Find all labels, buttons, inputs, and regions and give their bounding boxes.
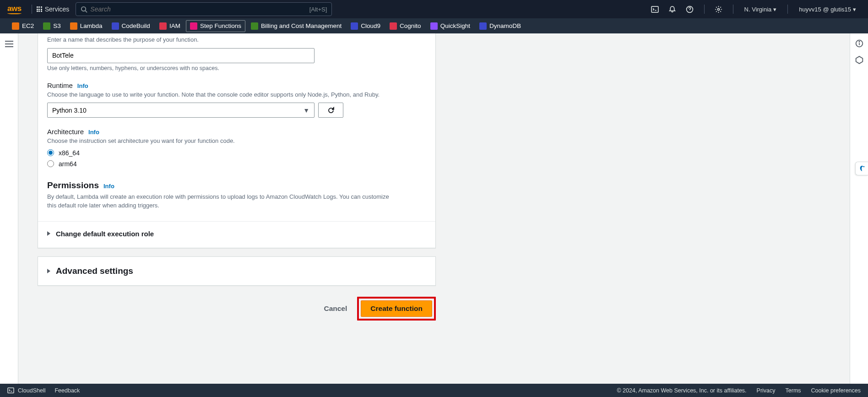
cloudshell-footer-button[interactable]: CloudShell xyxy=(7,387,45,394)
svc-cloud9[interactable]: Cloud9 xyxy=(347,21,384,32)
svc-dynamodb[interactable]: DynamoDB xyxy=(476,21,525,32)
chevron-down-icon: ▼ xyxy=(303,107,309,114)
function-name-desc: Enter a name that describes the purpose … xyxy=(47,35,426,44)
architecture-info-link[interactable]: Info xyxy=(88,129,99,136)
help-icon[interactable] xyxy=(682,1,698,17)
caret-right-icon xyxy=(47,269,50,273)
advanced-settings-expand[interactable]: Advanced settings xyxy=(47,266,426,276)
permissions-label: Permissions xyxy=(47,180,99,190)
open-sidebar-icon[interactable] xyxy=(5,41,13,47)
arch-arm-radio[interactable]: arm64 xyxy=(47,160,426,168)
right-rail xyxy=(850,33,868,384)
services-menu[interactable]: Services xyxy=(37,5,70,13)
architecture-desc: Choose the instruction set architecture … xyxy=(47,136,426,146)
divider xyxy=(704,5,705,14)
arch-x86-radio[interactable]: x86_64 xyxy=(47,149,426,157)
grid-icon xyxy=(37,6,42,12)
advanced-settings-card: Advanced settings xyxy=(38,256,436,286)
stepfunctions-icon xyxy=(190,22,197,30)
global-search[interactable]: [Alt+S] xyxy=(76,2,332,16)
account-label: huyvv15 @ glutis15 xyxy=(799,6,851,13)
svc-quicksight[interactable]: QuickSight xyxy=(427,21,474,32)
permissions-desc: By default, Lambda will create an execut… xyxy=(47,192,395,210)
codebuild-icon xyxy=(112,22,119,30)
cloud9-icon xyxy=(351,22,358,30)
privacy-link[interactable]: Privacy xyxy=(757,387,776,394)
arch-arm-input[interactable] xyxy=(47,160,54,167)
left-rail xyxy=(0,33,18,384)
permissions-info-link[interactable]: Info xyxy=(103,183,114,190)
search-icon xyxy=(81,6,87,13)
refresh-icon xyxy=(327,107,335,114)
services-label: Services xyxy=(45,5,70,13)
arch-x86-input[interactable] xyxy=(47,149,54,156)
cloudshell-icon xyxy=(7,387,14,394)
caret-right-icon xyxy=(47,231,50,236)
divider xyxy=(32,5,32,14)
svc-ec2[interactable]: EC2 xyxy=(8,21,38,32)
divider xyxy=(787,5,788,14)
arch-x86-label: x86_64 xyxy=(59,149,80,157)
change-execution-role-expand[interactable]: Change default execution role xyxy=(47,222,426,239)
svg-line-1 xyxy=(86,11,87,12)
favorites-bar: EC2 S3 Lambda CodeBuild IAM Step Functio… xyxy=(0,18,868,33)
dynamodb-icon xyxy=(479,22,487,30)
settings-icon[interactable] xyxy=(711,1,727,17)
svc-s3[interactable]: S3 xyxy=(39,21,65,32)
terms-link[interactable]: Terms xyxy=(786,387,801,394)
svg-marker-8 xyxy=(856,56,863,64)
svg-point-9 xyxy=(863,166,864,168)
create-function-button[interactable]: Create function xyxy=(361,300,432,317)
svg-point-0 xyxy=(81,6,86,11)
highlight-annotation: Create function xyxy=(357,297,436,321)
runtime-select[interactable]: Python 3.10 ▼ xyxy=(47,103,315,118)
top-nav: aws Services [Alt+S] N. Virginia ▾ huyvv… xyxy=(0,0,868,18)
svc-codebuild[interactable]: CodeBuild xyxy=(108,21,154,32)
function-name-input[interactable] xyxy=(47,48,315,63)
svg-rect-10 xyxy=(8,388,14,393)
quicksight-icon xyxy=(430,22,438,30)
svg-rect-2 xyxy=(651,6,658,12)
search-shortcut-hint: [Alt+S] xyxy=(309,6,327,13)
divider xyxy=(733,5,733,14)
account-menu[interactable]: huyvv15 @ glutis15 ▾ xyxy=(794,6,861,13)
feedback-link[interactable]: Feedback xyxy=(54,387,80,394)
chevron-down-icon: ▾ xyxy=(773,6,776,13)
advanced-settings-label: Advanced settings xyxy=(56,266,133,276)
architecture-label: Architecture xyxy=(47,128,84,136)
search-input[interactable] xyxy=(90,5,309,13)
form-actions: Cancel Create function xyxy=(38,297,436,321)
nav-right: N. Virginia ▾ huyvv15 @ glutis15 ▾ xyxy=(647,1,861,17)
runtime-label: Runtime xyxy=(47,82,73,89)
basic-info-card: Enter a name that describes the purpose … xyxy=(38,33,436,248)
arch-arm-label: arm64 xyxy=(59,160,77,168)
runtime-desc: Choose the language to use to write your… xyxy=(47,90,426,99)
main-content: Enter a name that describes the purpose … xyxy=(18,33,850,384)
amazon-q-tab[interactable] xyxy=(855,162,868,175)
region-selector[interactable]: N. Virginia ▾ xyxy=(740,6,781,13)
lambda-icon xyxy=(70,22,77,30)
svc-cognito[interactable]: Cognito xyxy=(386,21,425,32)
cookie-prefs-link[interactable]: Cookie preferences xyxy=(811,387,861,394)
refresh-runtimes-button[interactable] xyxy=(318,103,343,118)
feedback-label: Feedback xyxy=(54,387,80,394)
billing-icon xyxy=(251,22,258,30)
svc-iam[interactable]: IAM xyxy=(156,21,184,32)
notifications-icon[interactable] xyxy=(665,1,680,17)
cloudshell-label: CloudShell xyxy=(18,387,45,394)
info-panel-icon[interactable] xyxy=(855,39,864,48)
side-widget-icon[interactable] xyxy=(855,55,864,65)
ec2-icon xyxy=(12,22,19,30)
svc-lambda[interactable]: Lambda xyxy=(66,21,106,32)
runtime-info-link[interactable]: Info xyxy=(77,82,88,89)
function-name-constraint: Use only letters, numbers, hyphens, or u… xyxy=(47,65,426,71)
aws-logo[interactable]: aws xyxy=(7,4,22,14)
svg-point-7 xyxy=(859,41,860,42)
cloudshell-icon[interactable] xyxy=(647,1,663,17)
cancel-button[interactable]: Cancel xyxy=(322,300,349,317)
copyright: © 2024, Amazon Web Services, Inc. or its… xyxy=(617,387,746,394)
svc-stepfunctions[interactable]: Step Functions xyxy=(186,20,245,32)
change-execution-role-label: Change default execution role xyxy=(56,230,154,238)
s3-icon xyxy=(43,22,50,30)
svc-billing[interactable]: Billing and Cost Management xyxy=(247,21,345,32)
